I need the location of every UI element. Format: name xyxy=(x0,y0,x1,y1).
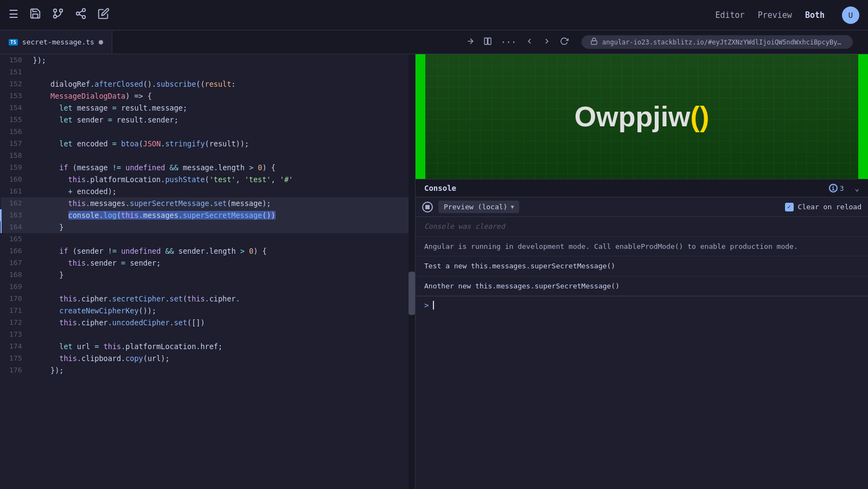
tab-actions: ··· angular-io23.stackblitz xyxy=(466,35,868,49)
console-message-info: Angular is running in development mode. … xyxy=(416,237,868,257)
table-row: 170 this.cipher.secretCipher.set(this.ci… xyxy=(1,293,414,305)
topbar-left: ☰ xyxy=(9,8,698,22)
nav-back-icon[interactable] xyxy=(525,37,534,48)
table-row: 150 }); xyxy=(1,54,414,66)
stop-inner xyxy=(425,205,430,209)
table-row: 175 this.clipboard.copy(url); xyxy=(1,352,414,364)
table-row-selected: 163 console.log(this.messages.superSecre… xyxy=(1,209,414,221)
share-icon[interactable] xyxy=(75,8,87,22)
clear-on-reload-checkbox[interactable]: ✓ xyxy=(785,203,794,211)
topbar-right: Editor Preview Both U xyxy=(711,7,859,24)
console-messages: Console was cleared Angular is running i… xyxy=(416,217,868,489)
url-text: angular-io23.stackblitz.io/#eyJtZXNzYWdl… xyxy=(602,38,844,46)
checkmark-icon: ✓ xyxy=(787,203,791,210)
url-bar[interactable]: angular-io23.stackblitz.io/#eyJtZXNzYWdl… xyxy=(582,35,853,49)
topbar-nav: Editor Preview Both xyxy=(711,8,829,22)
console-title: Console xyxy=(424,184,456,192)
console-message-user-1: Test a new this.messages.superSecretMess… xyxy=(416,256,868,276)
console-stop-button[interactable] xyxy=(422,202,433,213)
table-row: 152 dialogRef.afterClosed().subscribe((r… xyxy=(1,78,414,90)
table-row: 166 if (sender != undefined && sender.le… xyxy=(1,245,414,257)
editor-scroll-thumb[interactable] xyxy=(409,272,415,315)
svg-rect-11 xyxy=(488,38,491,44)
svg-line-7 xyxy=(79,14,82,16)
preview-panel: Owppjiw() Console i 3 ⌄ xyxy=(415,54,868,489)
tabbar: TS secret-message.ts ··· xyxy=(0,30,868,54)
nav-both[interactable]: Both xyxy=(801,8,829,22)
table-row: 171 createNewCipherKey()); xyxy=(1,305,414,317)
edit-icon[interactable] xyxy=(98,8,110,22)
table-row: 169 xyxy=(1,281,414,293)
preview-left-bar xyxy=(416,54,425,179)
code-table: 150 }); 151 152 dialogRef.afterClosed().… xyxy=(0,54,415,376)
table-row: 154 let message = result.message; xyxy=(1,102,414,114)
save-icon[interactable] xyxy=(29,8,41,22)
preview-word: Owppjiw xyxy=(575,101,691,132)
nav-forward-icon[interactable] xyxy=(542,37,551,48)
table-row: 162 this.messages.superSecretMessage.set… xyxy=(1,197,414,209)
reload-icon[interactable] xyxy=(560,37,569,48)
console-user-text-1: Test a new this.messages.superSecretMess… xyxy=(424,262,615,270)
table-row: 173 xyxy=(1,329,414,340)
table-row: 159 if (message != undefined && message.… xyxy=(1,162,414,173)
table-row: 157 let encoded = btoa(JSON.stringify(re… xyxy=(1,138,414,150)
console-message-cleared: Console was cleared xyxy=(416,217,868,237)
topbar-icons: ☰ xyxy=(9,8,110,22)
table-row: 165 xyxy=(1,233,414,245)
console-cleared-text: Console was cleared xyxy=(424,222,505,230)
svg-rect-12 xyxy=(591,41,597,44)
preview-area: Owppjiw() xyxy=(416,54,868,179)
console-clear-on-reload: ✓ Clear on reload xyxy=(785,203,861,211)
editor-scrollbar[interactable] xyxy=(409,54,415,489)
modified-dot xyxy=(99,40,103,44)
table-row: 155 let sender = result.sender; xyxy=(1,114,414,126)
table-row: 153 MessageDialogData) => { xyxy=(1,90,414,102)
tab-filename: secret-message.ts xyxy=(22,38,94,46)
preview-right-bar xyxy=(858,54,868,179)
editor-panel: 150 }); 151 152 dialogRef.afterClosed().… xyxy=(0,54,415,489)
code-area[interactable]: 150 }); 151 152 dialogRef.afterClosed().… xyxy=(0,54,415,489)
table-row: 161 + encoded); xyxy=(1,185,414,197)
fork-icon[interactable] xyxy=(52,8,64,22)
table-row: 158 xyxy=(1,150,414,162)
preview-app-text: Owppjiw() xyxy=(575,100,709,133)
ts-badge: TS xyxy=(9,39,18,46)
user-avatar[interactable]: U xyxy=(842,7,859,24)
console-source-label: Preview (local) xyxy=(444,203,507,211)
dropdown-arrow-icon: ▼ xyxy=(510,204,514,210)
console-badge-circle: i xyxy=(829,184,838,192)
console-source-dropdown[interactable]: Preview (local) ▼ xyxy=(438,201,519,213)
console-prompt-symbol: > xyxy=(424,301,429,310)
console-cursor xyxy=(433,301,434,310)
main-content: 150 }); 151 152 dialogRef.afterClosed().… xyxy=(0,54,868,489)
console-toolbar: Preview (local) ▼ ✓ Clear on reload xyxy=(416,197,868,217)
lock-icon xyxy=(590,37,598,47)
table-row: 168 } xyxy=(1,269,414,281)
console-panel: Console i 3 ⌄ Preview (local) ▼ xyxy=(416,179,868,489)
pin-icon[interactable] xyxy=(466,37,475,48)
preview-paren-close: ) xyxy=(700,101,709,132)
table-row: 151 xyxy=(1,66,414,78)
console-info-text: Angular is running in development mode. … xyxy=(424,242,798,250)
table-row: 164 } xyxy=(1,221,414,233)
console-user-text-2: Another new this.messages.superSecretMes… xyxy=(424,282,620,290)
console-header: Console i 3 ⌄ xyxy=(416,179,868,197)
split-icon[interactable] xyxy=(483,37,492,48)
table-row: 176 }); xyxy=(1,364,414,376)
preview-paren-open: ( xyxy=(691,101,700,132)
console-expand-icon[interactable]: ⌄ xyxy=(855,184,859,192)
nav-preview[interactable]: Preview xyxy=(754,8,796,22)
console-message-user-2: Another new this.messages.superSecretMes… xyxy=(416,276,868,297)
table-row: 167 this.sender = sender; xyxy=(1,257,414,269)
svg-line-8 xyxy=(79,11,82,13)
nav-editor[interactable]: Editor xyxy=(711,8,749,22)
more-icon[interactable]: ··· xyxy=(501,37,516,47)
topbar: ☰ xyxy=(0,0,868,30)
table-row: 172 this.cipher.uncodedCipher.set([]) xyxy=(1,317,414,329)
svg-rect-10 xyxy=(484,38,487,44)
info-icon: i xyxy=(832,185,835,191)
console-input-row: > xyxy=(416,296,868,314)
table-row: 156 xyxy=(1,126,414,138)
hamburger-icon[interactable]: ☰ xyxy=(9,8,18,22)
file-tab[interactable]: TS secret-message.ts xyxy=(0,30,112,54)
